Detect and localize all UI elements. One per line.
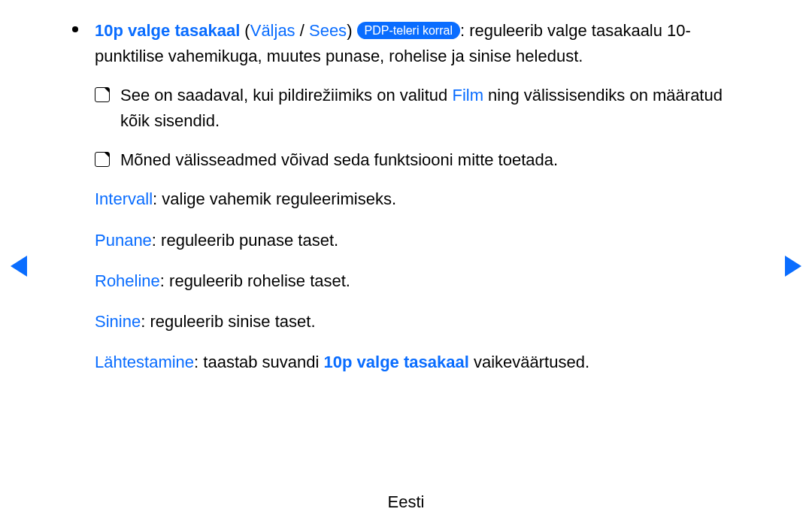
def-label: Roheline: [95, 271, 160, 290]
def-label: Intervall: [95, 189, 153, 208]
reset-mid: : taastab suvandi: [194, 353, 323, 371]
note-pre: Mõned välisseadmed võivad seda funktsioo…: [120, 150, 558, 169]
def-text: : reguleerib sinise taset.: [141, 312, 315, 331]
def-label: Sinine: [95, 312, 141, 331]
reset-label: Lähtestamine: [95, 353, 194, 371]
def-text: : reguleerib punase taset.: [152, 231, 338, 250]
pdp-badge: PDP-teleri korral: [357, 22, 460, 39]
note-pre: See on saadaval, kui pildirežiimiks on v…: [120, 86, 452, 104]
def-label: Punane: [95, 231, 152, 250]
note-icon: [95, 87, 110, 102]
bullet-icon: [72, 26, 78, 32]
def-reset: Lähtestamine: taastab suvandi 10p valge …: [95, 350, 740, 375]
slash: /: [295, 21, 309, 40]
bullet-item: 10p valge tasakaal (Väljas / Sees) PDP-t…: [72, 18, 740, 69]
bullet-text: 10p valge tasakaal (Väljas / Sees) PDP-t…: [95, 18, 740, 69]
note-text: Mõned välisseadmed võivad seda funktsioo…: [120, 147, 558, 173]
definition-list: Intervall: valige vahemik reguleerimisek…: [95, 186, 740, 374]
paren-open: (: [240, 21, 250, 40]
def-text: : valige vahemik reguleerimiseks.: [153, 189, 396, 208]
def-roheline: Roheline: reguleerib rohelise taset.: [95, 268, 740, 294]
def-sinine: Sinine: reguleerib sinise taset.: [95, 309, 740, 335]
footer-text: Eesti: [388, 492, 425, 511]
nav-prev-arrow[interactable]: [11, 256, 27, 277]
def-punane: Punane: reguleerib punase taset.: [95, 228, 740, 253]
reset-post: vaikeväärtused.: [469, 353, 589, 371]
note-item: Mõned välisseadmed võivad seda funktsioo…: [95, 147, 740, 173]
nav-next-arrow[interactable]: [785, 256, 801, 277]
reset-term: 10p valge tasakaal: [324, 353, 469, 371]
note-text: See on saadaval, kui pildirežiimiks on v…: [120, 83, 740, 134]
def-text: : reguleerib rohelise taset.: [160, 271, 350, 290]
feature-title: 10p valge tasakaal: [95, 21, 240, 40]
footer-language: Eesti: [0, 492, 812, 512]
option-off: Väljas: [250, 21, 295, 40]
note-term: Film: [452, 86, 483, 104]
option-on: Sees: [309, 21, 347, 40]
note-item: See on saadaval, kui pildirežiimiks on v…: [95, 83, 740, 134]
page-content: 10p valge tasakaal (Väljas / Sees) PDP-t…: [72, 18, 740, 390]
note-icon: [95, 152, 110, 167]
paren-close: ): [347, 21, 356, 40]
def-intervall: Intervall: valige vahemik reguleerimisek…: [95, 186, 740, 212]
